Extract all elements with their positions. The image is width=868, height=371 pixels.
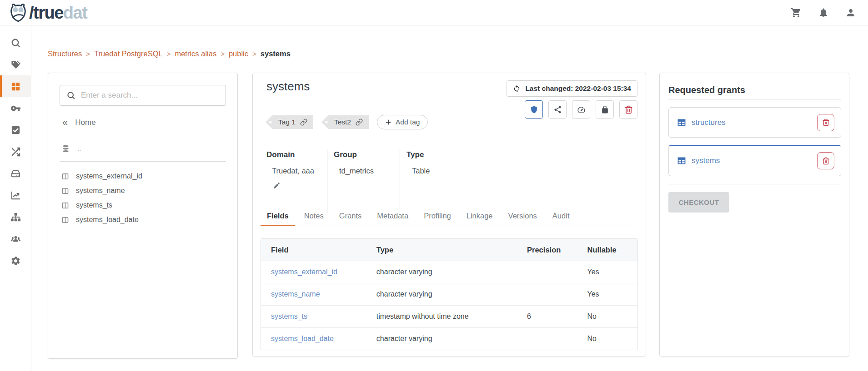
share-icon (553, 105, 562, 114)
column-icon (61, 202, 69, 209)
field-type: character varying (366, 290, 517, 298)
breadcrumb-link[interactable]: public (229, 49, 248, 58)
structure-meta: Domain Truedat, aaa Group td_metrics Typ… (266, 149, 633, 213)
tab-linkage[interactable]: Linkage (460, 208, 499, 226)
parent-folder-item[interactable]: .. (60, 136, 226, 161)
search-icon (66, 91, 75, 100)
field-list-item[interactable]: systems_load_date (60, 213, 226, 227)
grant-item-link[interactable]: systems (692, 156, 817, 165)
rail-tags[interactable] (0, 54, 31, 75)
rail-quality[interactable] (0, 119, 31, 141)
field-item-label: systems_external_id (76, 172, 142, 180)
trash-icon (822, 119, 830, 126)
user-icon[interactable] (845, 7, 856, 18)
grant-card-selected: systems (668, 145, 841, 176)
tags-row: Tag 1 Test2 Add tag (266, 115, 428, 129)
table-icon (677, 156, 686, 165)
tab-grants[interactable]: Grants (333, 208, 368, 226)
refresh-icon (513, 85, 521, 93)
tab-notes[interactable]: Notes (298, 208, 330, 226)
meta-group: Group td_metrics (327, 149, 400, 213)
breadcrumb: Structures > Truedat PostgreSQL > metric… (48, 49, 291, 58)
lineage-shuffle-icon (10, 147, 21, 157)
field-item-label: systems_ts (76, 201, 112, 209)
tag-chip[interactable]: Test2 (321, 115, 369, 129)
rail-sources[interactable] (0, 163, 31, 184)
navbar-actions (791, 7, 868, 18)
field-list-item[interactable]: systems_name (60, 183, 226, 198)
delete-structure-button[interactable] (619, 100, 637, 119)
field-link[interactable]: systems_load_date (261, 335, 366, 343)
field-item-label: systems_load_date (76, 216, 139, 224)
column-header: Type (366, 246, 517, 254)
breadcrumb-link[interactable]: Truedat PostgreSQL (94, 49, 163, 58)
rail-dashboards[interactable] (0, 184, 31, 206)
checkout-button[interactable]: CHECKOUT (668, 192, 729, 213)
tab-audit[interactable]: Audit (546, 208, 576, 226)
grant-item-link[interactable]: structures (692, 118, 817, 127)
tab-metadata[interactable]: Metadata (371, 208, 415, 226)
tag-chip[interactable]: Tag 1 (266, 115, 313, 129)
explorer-search[interactable] (60, 85, 226, 106)
tag-label: Test2 (334, 118, 351, 126)
tab-profiling[interactable]: Profiling (417, 208, 457, 226)
quality-check-icon (10, 125, 21, 135)
field-list: systems_external_id systems_name systems… (60, 162, 226, 227)
link-icon (356, 119, 363, 126)
protect-button[interactable] (525, 100, 543, 119)
remove-grant-button[interactable] (817, 114, 834, 131)
rail-permissions[interactable] (0, 97, 31, 119)
search-input[interactable] (81, 91, 219, 100)
field-list-item[interactable]: systems_ts (60, 198, 226, 213)
structures-grid-icon (10, 81, 21, 92)
field-nullable: No (577, 335, 637, 343)
rail-search[interactable] (0, 32, 31, 54)
trash-icon (624, 105, 633, 114)
breadcrumb-separator: > (167, 50, 171, 58)
shield-icon (530, 105, 538, 114)
structure-explorer-panel: « Home .. systems_external_id systems_na… (48, 73, 238, 359)
taxonomy-sitemap-icon (10, 212, 21, 223)
rail-groups[interactable] (0, 228, 31, 250)
tags-icon (10, 59, 21, 70)
rail-taxonomy[interactable] (0, 206, 31, 228)
breadcrumb-link[interactable]: metrics alias (175, 49, 216, 58)
profiling-button[interactable] (572, 100, 590, 119)
notifications-icon[interactable] (818, 7, 829, 18)
cart-icon[interactable] (791, 7, 802, 18)
plus-icon (385, 119, 391, 125)
requested-grants-panel: Requested grants structures systems CHEC… (659, 73, 849, 356)
gauge-icon (577, 105, 586, 114)
share-button[interactable] (548, 100, 567, 119)
column-header: Nullable (577, 246, 637, 254)
field-link[interactable]: systems_ts (261, 312, 366, 321)
sources-drive-icon (10, 168, 21, 179)
rail-settings[interactable] (0, 250, 31, 272)
table-row: systems_load_date character varying No (261, 327, 637, 350)
rail-lineage[interactable] (0, 141, 31, 163)
breadcrumb-separator: > (221, 50, 225, 58)
tab-versions[interactable]: Versions (502, 208, 543, 226)
grants-title: Requested grants (668, 85, 745, 95)
tab-fields[interactable]: Fields (261, 208, 295, 226)
lock-button[interactable] (596, 100, 614, 119)
field-nullable: No (577, 312, 637, 321)
home-link[interactable]: « Home (62, 118, 226, 128)
field-link[interactable]: systems_name (261, 290, 366, 298)
last-changed-button[interactable]: Last changed: 2022-02-03 15:34 (507, 80, 637, 97)
type-value: Table (412, 167, 483, 175)
remove-grant-button[interactable] (817, 152, 834, 169)
home-label: Home (75, 118, 95, 127)
tag-label: Tag 1 (278, 118, 296, 126)
domain-label: Domain (266, 150, 320, 159)
link-icon (300, 119, 307, 126)
group-value: td_metrics (339, 167, 392, 175)
truedat-logo[interactable]: /truedat (0, 3, 87, 23)
field-link[interactable]: systems_external_id (261, 268, 366, 276)
breadcrumb-link[interactable]: Structures (48, 49, 82, 58)
edit-domain-button[interactable] (273, 182, 281, 189)
rail-structures[interactable] (0, 75, 31, 97)
add-tag-button[interactable]: Add tag (377, 115, 428, 129)
field-list-item[interactable]: systems_external_id (60, 169, 226, 183)
breadcrumb-separator: > (252, 50, 256, 58)
